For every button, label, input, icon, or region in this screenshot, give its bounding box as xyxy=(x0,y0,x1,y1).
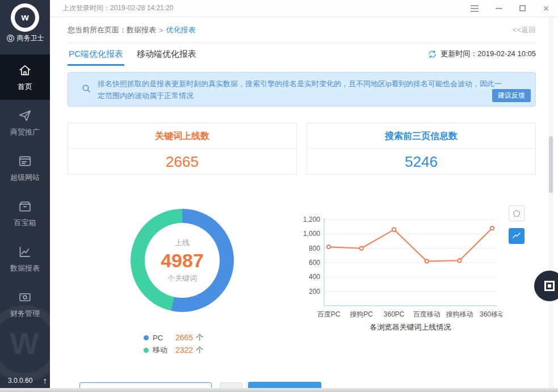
tab-mobile-report[interactable]: 移动端优化报表 xyxy=(136,47,198,66)
home-icon xyxy=(18,63,32,78)
svg-text:搜狗移动: 搜狗移动 xyxy=(446,310,473,318)
window-bottom-edge xyxy=(0,388,558,392)
donut-legend: PC 2665 个 移动 2322 个 xyxy=(144,331,203,356)
feedback-button[interactable]: 建议反馈 xyxy=(492,89,531,102)
refresh-row: 更新时间：2019-02-24 10:05 xyxy=(427,49,536,59)
stat-card-value: 5246 xyxy=(307,149,535,175)
breadcrumb-parent-link[interactable]: 数据报表 xyxy=(127,25,156,35)
close-icon[interactable]: × xyxy=(543,4,549,13)
line-chart: 2004006008001,0001,200百度PC搜狗PC360PC百度移动搜… xyxy=(298,214,502,323)
tab-pc-report[interactable]: PC端优化报表 xyxy=(68,47,124,66)
breadcrumb-separator: > xyxy=(159,26,163,35)
update-arrow-icon[interactable]: ↑ xyxy=(43,376,47,385)
sidebar-nav: 首页 商贸推广 超级网站 百宝箱 xyxy=(0,54,50,327)
line-chart-icon xyxy=(512,231,521,241)
sidebar-item-toolbox[interactable]: 百宝箱 xyxy=(0,191,50,236)
finance-icon xyxy=(18,290,32,305)
app-logo: w xyxy=(11,3,39,32)
sidebar-item-label: 数据报表 xyxy=(10,263,40,273)
pentagon-icon xyxy=(512,209,521,218)
svg-text:800: 800 xyxy=(309,245,320,252)
svg-text:搜狗PC: 搜狗PC xyxy=(350,310,373,318)
minimize-icon[interactable] xyxy=(496,4,502,13)
menu-icon[interactable] xyxy=(471,4,479,13)
last-login-text: 上次登录时间：2019-02-28 14:21:20 xyxy=(62,3,173,13)
scrollbar-track xyxy=(548,17,553,392)
stat-card-value: 2665 xyxy=(68,149,296,175)
breadcrumb-prefix: 您当前所在页面： xyxy=(68,25,127,35)
version-row: 3.0.0.60 ↑ xyxy=(8,376,47,385)
back-link[interactable]: <<返回 xyxy=(513,25,536,35)
scrollbar-thumb[interactable] xyxy=(549,136,553,193)
svg-text:1,000: 1,000 xyxy=(303,230,320,238)
svg-text:1,200: 1,200 xyxy=(303,216,320,224)
brand: 商务卫士 xyxy=(0,33,50,43)
maximize-icon[interactable] xyxy=(519,4,526,13)
svg-text:400: 400 xyxy=(309,273,320,281)
promotion-icon xyxy=(18,108,32,123)
report-tabs: PC端优化报表 移动端优化报表 xyxy=(68,47,198,66)
donut-label-top: 上线 xyxy=(175,238,190,248)
report-icon xyxy=(18,245,32,259)
sidebar-item-reports[interactable]: 数据报表 xyxy=(0,236,50,281)
legend-unit: 个 xyxy=(196,332,203,343)
main-area: 上次登录时间：2019-02-28 14:21:20 × 您当前所在页面： 数据… xyxy=(50,0,558,392)
legend-dot-pc xyxy=(144,335,149,340)
legend-value: 2665 xyxy=(175,333,193,342)
sidebar: w 商务卫士 首页 商贸推广 xyxy=(0,0,50,392)
sidebar-item-label: 商贸推广 xyxy=(10,127,40,137)
stat-card-top3-pages: 搜索前三页信息数 5246 xyxy=(307,123,536,175)
sidebar-item-home[interactable]: 首页 xyxy=(0,54,50,100)
donut-label-bottom: 个关键词 xyxy=(167,273,197,284)
sidebar-item-label: 首页 xyxy=(18,82,32,92)
website-icon xyxy=(18,154,32,168)
legend-unit: 个 xyxy=(196,345,203,355)
svg-text:200: 200 xyxy=(309,288,320,296)
app-window: w 商务卫士 首页 商贸推广 xyxy=(0,0,558,392)
window-controls: × xyxy=(471,4,558,13)
breadcrumb: 您当前所在页面： 数据报表 > 优化报表 <<返回 xyxy=(68,25,536,43)
toolbox-icon xyxy=(18,199,32,214)
titlebar: 上次登录时间：2019-02-28 14:21:20 × xyxy=(50,0,558,17)
brand-label: 商务卫士 xyxy=(17,33,44,43)
notice-banner: 排名快照抓取的是报表更新时刻的真实数据，搜索引擎的排名是实时变化的，且不同地区i… xyxy=(68,72,536,107)
svg-text:600: 600 xyxy=(309,259,320,267)
notice-text: 排名快照抓取的是报表更新时刻的真实数据，搜索引擎的排名是实时变化的，且不同地区i… xyxy=(98,78,509,102)
donut-center-label: 上线 4987 个关键词 xyxy=(145,223,220,298)
legend-label: 移动 xyxy=(153,345,175,355)
stat-card-keywords-online: 关键词上线数 2665 xyxy=(68,123,297,175)
stat-card-title: 关键词上线数 xyxy=(68,123,296,149)
line-chart-title: 各浏览器关键词上线情况 xyxy=(324,322,497,332)
search-icon xyxy=(81,83,92,96)
legend-label: PC xyxy=(153,334,175,342)
stat-card-title: 搜索前三页信息数 xyxy=(307,123,535,149)
legend-dot-mobile xyxy=(144,348,149,353)
chart-toolbox-button[interactable] xyxy=(509,205,525,221)
qr-icon xyxy=(544,281,555,291)
legend-item-mobile[interactable]: 移动 2322 个 xyxy=(144,344,203,356)
donut-chart: 上线 4987 个关键词 xyxy=(131,209,234,312)
svg-text:百度移动: 百度移动 xyxy=(413,310,440,318)
donut-total-value: 4987 xyxy=(161,250,204,272)
svg-text:百度PC: 百度PC xyxy=(317,310,341,318)
watermark-logo: W xyxy=(0,305,50,381)
breadcrumb-current: 优化报表 xyxy=(166,25,196,35)
shield-icon xyxy=(6,34,15,43)
svg-text:360PC: 360PC xyxy=(384,310,405,318)
version-label: 3.0.0.60 xyxy=(8,377,32,385)
sidebar-item-label: 百宝箱 xyxy=(14,218,36,228)
legend-value: 2322 xyxy=(175,345,193,355)
sidebar-item-promotion[interactable]: 商贸推广 xyxy=(0,100,50,145)
legend-item-pc[interactable]: PC 2665 个 xyxy=(144,331,203,344)
logo-letter: w xyxy=(15,7,35,28)
update-time-label: 更新时间：2019-02-24 10:05 xyxy=(440,49,536,59)
refresh-icon[interactable] xyxy=(427,49,437,59)
sidebar-item-website[interactable]: 超级网站 xyxy=(0,145,50,191)
chart-type-line-button[interactable] xyxy=(509,228,525,244)
sidebar-item-label: 超级网站 xyxy=(10,172,40,183)
svg-text:360移动: 360移动 xyxy=(480,310,502,318)
